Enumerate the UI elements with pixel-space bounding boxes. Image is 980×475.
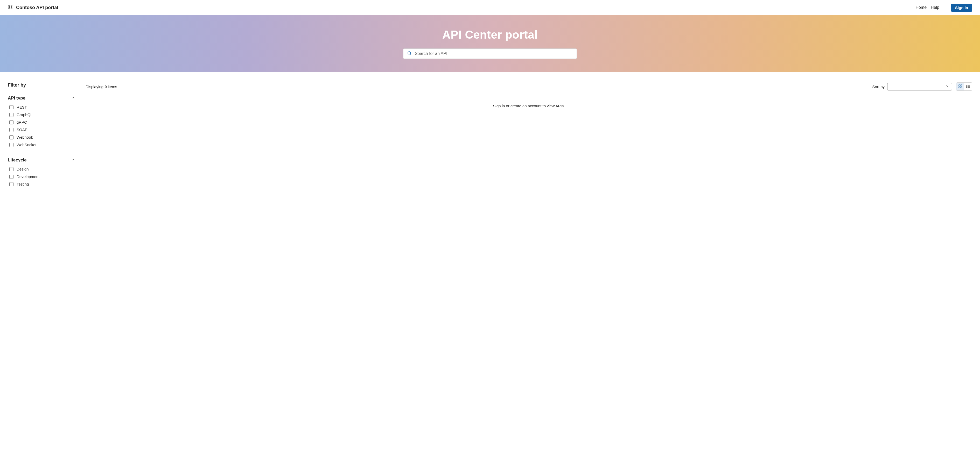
filter-option-development[interactable]: Development [10, 175, 75, 179]
nav-divider [945, 4, 945, 11]
results-count: 0 [105, 84, 107, 89]
topbar: Contoso API portal Home Help Sign in [0, 0, 980, 15]
brand-icon [8, 5, 13, 11]
svg-point-4 [408, 52, 410, 54]
sidebar: Filter by API type REST GraphQL gRPC SOA… [8, 83, 75, 197]
filter-options-lifecycle: Design Development Testing [8, 167, 75, 186]
search-icon [407, 51, 412, 57]
filter-option-label: REST [17, 105, 27, 110]
hero-title: API Center portal [442, 28, 538, 41]
filter-group-api-type: API type REST GraphQL gRPC SOAP Webhook … [8, 95, 75, 151]
brand: Contoso API portal [8, 5, 58, 11]
view-list-button[interactable] [964, 83, 972, 91]
filter-option-label: Testing [17, 182, 29, 186]
filter-option-soap[interactable]: SOAP [10, 127, 75, 132]
filter-option-label: Design [17, 167, 29, 171]
chevron-up-icon [72, 96, 75, 100]
grid-icon [958, 84, 963, 89]
empty-message: Sign in or create an account to view API… [86, 104, 972, 108]
results-prefix: Displaying [86, 84, 105, 89]
checkbox[interactable] [10, 143, 13, 147]
svg-line-5 [410, 54, 411, 55]
signin-button[interactable]: Sign in [951, 4, 972, 12]
checkbox[interactable] [10, 120, 13, 124]
content: Filter by API type REST GraphQL gRPC SOA… [0, 72, 980, 207]
svg-point-10 [967, 85, 967, 86]
checkbox[interactable] [10, 105, 13, 110]
svg-rect-9 [961, 87, 962, 88]
filter-group-header-lifecycle[interactable]: Lifecycle [8, 157, 75, 163]
filter-option-webhook[interactable]: Webhook [10, 135, 75, 140]
list-icon [966, 84, 970, 89]
filter-option-testing[interactable]: Testing [10, 182, 75, 186]
svg-point-0 [8, 5, 10, 6]
results-suffix: items [107, 84, 117, 89]
filter-option-label: GraphQL [17, 113, 33, 117]
svg-point-2 [8, 8, 10, 9]
filter-option-grpc[interactable]: gRPC [10, 120, 75, 124]
checkbox[interactable] [10, 113, 13, 117]
filter-group-lifecycle: Lifecycle Design Development Testing [8, 157, 75, 191]
nav-home[interactable]: Home [915, 5, 927, 10]
filter-option-label: WebSocket [17, 143, 36, 147]
main: Displaying 0 items Sort by [86, 83, 972, 197]
svg-rect-7 [961, 85, 962, 86]
checkbox[interactable] [10, 167, 13, 171]
checkbox[interactable] [10, 182, 13, 186]
checkbox[interactable] [10, 135, 13, 140]
svg-point-3 [11, 8, 12, 9]
filter-option-label: Webhook [17, 135, 33, 140]
svg-point-14 [967, 87, 967, 87]
checkbox[interactable] [10, 128, 13, 132]
svg-rect-6 [959, 85, 960, 86]
view-grid-button[interactable] [956, 83, 964, 91]
checkbox[interactable] [10, 175, 13, 179]
filter-option-design[interactable]: Design [10, 167, 75, 171]
filter-group-header-api-type[interactable]: API type [8, 95, 75, 101]
filter-group-title: Lifecycle [8, 157, 27, 163]
search-input[interactable] [412, 51, 573, 56]
sort-label: Sort by [872, 84, 885, 89]
sort-select[interactable] [887, 83, 952, 91]
filter-option-graphql[interactable]: GraphQL [10, 113, 75, 117]
results-count-text: Displaying 0 items [86, 84, 117, 89]
chevron-down-icon [945, 84, 949, 89]
filter-option-label: gRPC [17, 120, 27, 124]
filter-group-title: API type [8, 95, 25, 101]
view-toggle [956, 83, 972, 91]
nav-right: Home Help Sign in [915, 4, 972, 12]
filter-option-websocket[interactable]: WebSocket [10, 143, 75, 147]
brand-title: Contoso API portal [16, 5, 58, 10]
sort-wrap: Sort by [872, 83, 972, 91]
filter-options-api-type: REST GraphQL gRPC SOAP Webhook WebSocket [8, 105, 75, 147]
svg-point-1 [11, 5, 12, 6]
hero: API Center portal [0, 15, 980, 72]
results-bar: Displaying 0 items Sort by [86, 83, 972, 91]
nav-help[interactable]: Help [931, 5, 939, 10]
filter-option-label: SOAP [17, 127, 27, 132]
svg-rect-8 [959, 87, 960, 88]
svg-point-12 [967, 86, 967, 87]
chevron-up-icon [72, 158, 75, 162]
search-wrap[interactable] [403, 48, 577, 59]
filter-option-label: Development [17, 175, 40, 179]
filter-heading: Filter by [8, 83, 75, 88]
filter-option-rest[interactable]: REST [10, 105, 75, 110]
